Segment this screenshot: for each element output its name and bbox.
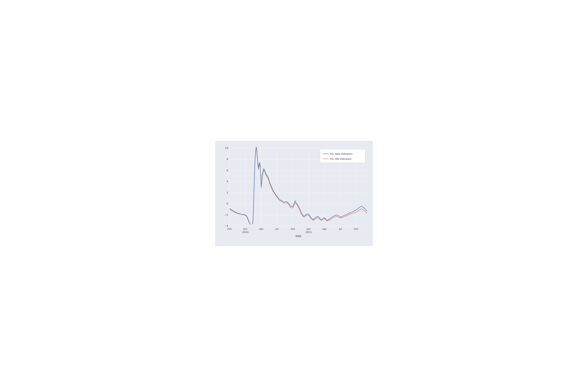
y-tick-0: 0 bbox=[227, 202, 228, 205]
chart-svg: 10 8 6 4 2 0 −2 −4 Oct Jan 2020 Apr Jul … bbox=[228, 147, 369, 235]
x-tick-jan-2021: Jan bbox=[307, 228, 311, 230]
y-tick-neg4: −4 bbox=[224, 224, 228, 227]
x-tick-jan-2020: Jan bbox=[243, 228, 247, 230]
x-tick-oct-2021: Oct bbox=[354, 228, 358, 230]
x-tick-jul-2021: Jul bbox=[339, 228, 342, 230]
x-tick-apr-2021: Apr bbox=[322, 228, 327, 230]
chart-container: 10 8 6 4 2 0 −2 −4 Oct Jan 2020 Apr Jul … bbox=[215, 141, 373, 246]
y-tick-8: 8 bbox=[227, 158, 228, 160]
legend-new-label: FSI, New Indicators bbox=[330, 152, 353, 155]
y-tick-4: 4 bbox=[227, 180, 228, 183]
y-tick-6: 6 bbox=[227, 169, 228, 172]
x-tick-jul-2020: Jul bbox=[275, 228, 279, 230]
x-axis-label: date bbox=[295, 235, 301, 238]
x-tick-oct-2020: Oct bbox=[291, 228, 295, 230]
x-tick-apr-2020: Apr bbox=[259, 228, 263, 230]
chart-plot-area: 10 8 6 4 2 0 −2 −4 Oct Jan 2020 Apr Jul … bbox=[228, 147, 369, 235]
legend-old-label: FSI, Old Indicators bbox=[330, 157, 351, 160]
x-tick-oct-2019: Oct bbox=[228, 228, 232, 230]
y-tick-2: 2 bbox=[227, 191, 228, 194]
x-year-2020: 2020 bbox=[242, 231, 249, 234]
legend-box bbox=[320, 149, 365, 163]
y-tick-neg2: −2 bbox=[224, 214, 228, 216]
y-tick-10: 10 bbox=[225, 147, 228, 149]
x-year-2021: 2021 bbox=[306, 231, 312, 234]
